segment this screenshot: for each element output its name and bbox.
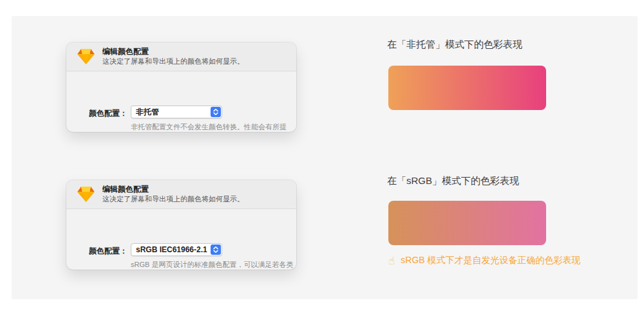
dialog-subtitle: 这决定了屏幕和导出项上的颜色将如何显示。: [102, 57, 244, 66]
gradient-swatch-unmanaged: [388, 66, 546, 110]
chevron-up-down-icon: [211, 107, 221, 117]
dialog-body: 颜色配置： sRGB IEC61966-2.1 sRGB 是网页设计的标准颜色配…: [66, 209, 296, 270]
page: 编辑颜色配置 这决定了屏幕和导出项上的颜色将如何显示。 颜色配置： 非托管 非托…: [0, 0, 644, 314]
dialog-title: 编辑颜色配置: [102, 185, 244, 194]
color-profile-select[interactable]: sRGB IEC61966-2.1: [131, 243, 222, 256]
chevron-up-down-icon: [211, 245, 221, 255]
srgb-note: ☝ sRGB 模式下才是自发光设备正确的色彩表现: [388, 255, 581, 266]
sketch-diamond-icon: [77, 49, 95, 64]
dialog-header: 编辑颜色配置 这决定了屏幕和导出项上的颜色将如何显示。: [66, 180, 296, 209]
dialog-title: 编辑颜色配置: [102, 47, 244, 57]
dialog-header-text: 编辑颜色配置 这决定了屏幕和导出项上的颜色将如何显示。: [102, 185, 244, 204]
color-profile-dialog-unmanaged: 编辑颜色配置 这决定了屏幕和导出项上的颜色将如何显示。 颜色配置： 非托管 非托…: [66, 42, 296, 132]
color-profile-select[interactable]: 非托管: [131, 106, 222, 118]
color-profile-select-value: 非托管: [136, 107, 159, 118]
gradient-swatch-srgb: [388, 201, 546, 245]
sketch-diamond-icon: [77, 187, 95, 202]
profile-description: sRGB 是网页设计的标准颜色配置，可以满足若各类设备的要求，但不支持如 Dis…: [131, 260, 294, 270]
color-profile-label: 颜色配置：: [66, 108, 128, 119]
preview-heading-unmanaged: 在「非托管」模式下的色彩表现: [387, 39, 522, 51]
color-profile-label: 颜色配置：: [66, 246, 128, 257]
dialog-header-text: 编辑颜色配置 这决定了屏幕和导出项上的颜色将如何显示。: [102, 47, 244, 66]
dialog-body: 颜色配置： 非托管 非托管配置文件不会发生颜色转换。性能会有所提升，但颜色会与在…: [66, 71, 296, 132]
color-profile-dialog-srgb: 编辑颜色配置 这决定了屏幕和导出项上的颜色将如何显示。 颜色配置： sRGB I…: [66, 180, 296, 270]
dialog-subtitle: 这决定了屏幕和导出项上的颜色将如何显示。: [102, 195, 244, 204]
profile-description: 非托管配置文件不会发生颜色转换。性能会有所提升，但颜色会与在 Sketch 中的…: [131, 122, 294, 132]
preview-heading-srgb: 在「sRGB」模式下的色彩表现: [387, 175, 519, 187]
dialog-header: 编辑颜色配置 这决定了屏幕和导出项上的颜色将如何显示。: [66, 42, 296, 71]
srgb-note-text: sRGB 模式下才是自发光设备正确的色彩表现: [401, 255, 580, 266]
color-profile-select-value: sRGB IEC61966-2.1: [136, 245, 207, 254]
pointing-up-hand-icon: ☝: [388, 255, 395, 266]
